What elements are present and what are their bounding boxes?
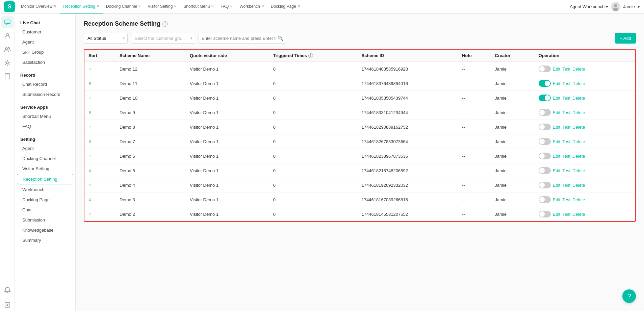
sidebar-item-knowledgebase[interactable]: Knowledgebase: [17, 225, 73, 235]
sidebar-item-docking-page[interactable]: Docking Page: [17, 195, 73, 205]
tab-docking-page[interactable]: Docking Page✕: [267, 0, 304, 14]
tab-close-icon[interactable]: ✕: [97, 4, 99, 8]
sidebar-item-chat-record[interactable]: Chat Record: [17, 79, 73, 89]
edit-button[interactable]: Edit: [553, 183, 560, 188]
tab-reception-setting[interactable]: Reception Setting✕: [60, 0, 103, 14]
delete-button[interactable]: Delete: [572, 125, 585, 130]
toggle-switch[interactable]: [539, 138, 551, 145]
nav-icon-bell[interactable]: [1, 285, 14, 297]
edit-button[interactable]: Edit: [553, 96, 560, 101]
toggle-switch[interactable]: [539, 95, 551, 101]
sidebar-item-submission-record[interactable]: Submission Record: [17, 89, 73, 99]
toggle-switch[interactable]: [539, 196, 551, 203]
edit-button[interactable]: Edit: [553, 81, 560, 86]
tab-close-icon[interactable]: ✕: [230, 4, 233, 8]
test-button[interactable]: Test: [562, 81, 570, 86]
test-button[interactable]: Test: [562, 96, 570, 101]
sort-handle-icon[interactable]: ≡: [88, 197, 91, 202]
nav-icon-contacts[interactable]: [1, 30, 14, 42]
toggle-switch[interactable]: [539, 167, 551, 174]
toggle-switch[interactable]: [539, 124, 551, 130]
agent-workbench-dropdown[interactable]: Agent Workbench ▾: [570, 4, 608, 9]
delete-button[interactable]: Delete: [572, 139, 585, 144]
test-button[interactable]: Test: [562, 168, 570, 173]
nav-icon-settings[interactable]: [1, 57, 14, 69]
tab-visitor-setting[interactable]: Visitor Setting✕: [144, 0, 180, 14]
toggle-switch[interactable]: [539, 109, 551, 116]
nav-icon-team[interactable]: [1, 43, 14, 55]
delete-button[interactable]: Delete: [572, 110, 585, 115]
edit-button[interactable]: Edit: [553, 168, 560, 173]
sidebar-item-reception-setting[interactable]: Reception Setting: [17, 174, 73, 184]
test-button[interactable]: Test: [562, 139, 570, 144]
delete-button[interactable]: Delete: [572, 81, 585, 86]
test-button[interactable]: Test: [562, 67, 570, 72]
delete-button[interactable]: Delete: [572, 168, 585, 173]
delete-button[interactable]: Delete: [572, 154, 585, 159]
tab-close-icon[interactable]: ✕: [211, 4, 214, 8]
nav-icon-export[interactable]: [1, 299, 14, 311]
toggle-switch[interactable]: [539, 153, 551, 159]
status-filter[interactable]: All StatusEnabledDisabled: [84, 33, 128, 44]
sidebar-item-workbench[interactable]: Workbench: [17, 185, 73, 195]
sidebar-item-satisfaction[interactable]: Satisfaction: [17, 57, 73, 67]
page-title-info-icon[interactable]: i: [162, 21, 168, 27]
tab-shortcut-menu[interactable]: Shortcut Menu✕: [180, 0, 217, 14]
sidebar-item-submission[interactable]: Submission: [17, 215, 73, 225]
delete-button[interactable]: Delete: [572, 197, 585, 202]
sort-handle-icon[interactable]: ≡: [88, 124, 91, 130]
sort-handle-icon[interactable]: ≡: [88, 168, 91, 173]
search-input[interactable]: [202, 36, 276, 41]
toggle-switch[interactable]: [539, 80, 551, 87]
test-button[interactable]: Test: [562, 197, 570, 202]
sort-handle-icon[interactable]: ≡: [88, 153, 91, 159]
delete-button[interactable]: Delete: [572, 67, 585, 72]
tab-close-icon[interactable]: ✕: [138, 4, 141, 8]
sidebar-item-customer[interactable]: Customer: [17, 27, 73, 37]
edit-button[interactable]: Edit: [553, 139, 560, 144]
toggle-switch[interactable]: [539, 66, 551, 72]
edit-button[interactable]: Edit: [553, 212, 560, 217]
sort-handle-icon[interactable]: ≡: [88, 211, 91, 217]
nav-icon-book[interactable]: [1, 70, 14, 82]
edit-button[interactable]: Edit: [553, 154, 560, 159]
sidebar-item-docking-channel[interactable]: Docking Channel: [17, 154, 73, 163]
add-button[interactable]: + Add: [615, 33, 636, 44]
user-name[interactable]: Jamie: [623, 4, 635, 9]
sort-handle-icon[interactable]: ≡: [88, 110, 91, 115]
sort-handle-icon[interactable]: ≡: [88, 182, 91, 188]
nav-icon-chat[interactable]: [1, 16, 14, 28]
sidebar-item-shortcut-menu[interactable]: Shortcut Menu: [17, 111, 73, 121]
sidebar-item-agent[interactable]: Agent: [17, 37, 73, 47]
test-button[interactable]: Test: [562, 212, 570, 217]
edit-button[interactable]: Edit: [553, 197, 560, 202]
sidebar-item-chat[interactable]: Chat: [17, 205, 73, 215]
test-button[interactable]: Test: [562, 125, 570, 130]
tab-monitor-overview[interactable]: Monitor Overview✕: [18, 0, 60, 14]
edit-button[interactable]: Edit: [553, 67, 560, 72]
customer-group-filter[interactable]: Select the customer gro...: [131, 33, 195, 44]
sort-handle-icon[interactable]: ≡: [88, 95, 91, 101]
delete-button[interactable]: Delete: [572, 96, 585, 101]
sidebar-item-agent[interactable]: Agent: [17, 144, 73, 153]
tab-close-icon[interactable]: ✕: [298, 4, 300, 8]
tab-faq[interactable]: FAQ✕: [217, 0, 236, 14]
edit-button[interactable]: Edit: [553, 110, 560, 115]
triggered-times-info-icon[interactable]: i: [308, 53, 313, 58]
sort-handle-icon[interactable]: ≡: [88, 139, 91, 144]
test-button[interactable]: Test: [562, 183, 570, 188]
test-button[interactable]: Test: [562, 110, 570, 115]
tab-close-icon[interactable]: ✕: [54, 4, 56, 8]
tab-close-icon[interactable]: ✕: [174, 4, 177, 8]
test-button[interactable]: Test: [562, 154, 570, 159]
edit-button[interactable]: Edit: [553, 125, 560, 130]
delete-button[interactable]: Delete: [572, 183, 585, 188]
toggle-switch[interactable]: [539, 211, 551, 217]
search-icon[interactable]: 🔍: [278, 35, 283, 41]
tab-docking-channel[interactable]: Docking Channel✕: [103, 0, 144, 14]
sidebar-item-skill-group[interactable]: Skill Group: [17, 47, 73, 57]
sidebar-item-summary[interactable]: Summary: [17, 235, 73, 245]
toggle-switch[interactable]: [539, 182, 551, 188]
sidebar-item-faq[interactable]: FAQ: [17, 122, 73, 131]
sidebar-item-visitor-setting[interactable]: Visitor Setting: [17, 164, 73, 174]
